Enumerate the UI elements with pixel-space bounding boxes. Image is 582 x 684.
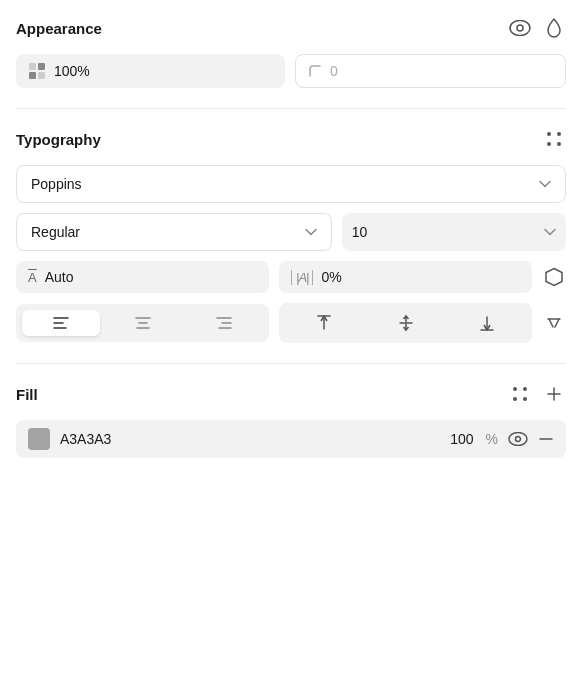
typography-more-icon[interactable]: [542, 311, 566, 335]
fill-header: Fill: [16, 382, 566, 406]
font-size-value: 10: [352, 224, 368, 240]
valign-middle-btn[interactable]: [367, 309, 445, 337]
valign-bottom-btn[interactable]: [448, 309, 526, 337]
opacity-grid-icon: [28, 62, 46, 80]
divider-typography: [16, 363, 566, 364]
svg-point-9: [557, 142, 561, 146]
appearance-row: 100% 0: [16, 54, 566, 88]
divider-appearance: [16, 108, 566, 109]
svg-point-1: [517, 25, 523, 31]
fill-opacity-value: 100: [450, 431, 473, 447]
font-name: Poppins: [31, 176, 82, 192]
svg-rect-5: [38, 72, 45, 79]
fill-opacity-unit: %: [486, 431, 498, 447]
align-right-btn[interactable]: [185, 310, 263, 336]
fill-title: Fill: [16, 386, 38, 403]
svg-point-7: [557, 132, 561, 136]
line-height-field[interactable]: A Auto: [16, 261, 269, 293]
hexagon-icon[interactable]: [542, 265, 566, 289]
style-chevron-icon: [305, 228, 317, 236]
line-height-icon: A: [28, 270, 37, 285]
letter-spacing-value: 0%: [321, 269, 341, 285]
font-size-selector[interactable]: 10: [342, 213, 566, 251]
font-style-name: Regular: [31, 224, 80, 240]
font-style-size-row: Regular 10: [16, 213, 566, 251]
svg-point-36: [509, 433, 527, 446]
svg-point-32: [513, 397, 517, 401]
font-chevron-icon: [539, 180, 551, 188]
drop-icon[interactable]: [542, 16, 566, 40]
svg-point-31: [523, 387, 527, 391]
appearance-title: Appearance: [16, 20, 102, 37]
fill-remove-icon[interactable]: [538, 437, 554, 441]
align-row: [16, 303, 566, 343]
fill-grid-icon[interactable]: [508, 382, 532, 406]
corner-field[interactable]: 0: [295, 54, 566, 88]
spacing-row: A Auto |A| 0%: [16, 261, 566, 293]
fill-color-swatch[interactable]: [28, 428, 50, 450]
svg-point-30: [513, 387, 517, 391]
line-height-value: Auto: [45, 269, 74, 285]
typography-title: Typography: [16, 131, 101, 148]
align-center-btn[interactable]: [104, 310, 182, 336]
valign-top-btn[interactable]: [285, 309, 363, 337]
corner-radius-icon: [308, 64, 322, 78]
font-style-selector[interactable]: Regular: [16, 213, 332, 251]
svg-line-27: [549, 319, 553, 327]
fill-add-icon[interactable]: [542, 382, 566, 406]
letter-spacing-field[interactable]: |A| 0%: [279, 261, 532, 293]
text-align-group: [16, 304, 269, 342]
svg-marker-10: [546, 269, 562, 286]
typography-grid-icon[interactable]: [542, 127, 566, 151]
fill-visibility-icon[interactable]: [508, 432, 528, 446]
svg-point-6: [547, 132, 551, 136]
corner-value: 0: [330, 63, 338, 79]
visibility-icon[interactable]: [508, 16, 532, 40]
svg-rect-3: [38, 63, 45, 70]
svg-line-28: [555, 319, 559, 327]
vertical-align-group: [279, 303, 532, 343]
size-chevron-icon: [544, 228, 556, 236]
svg-point-33: [523, 397, 527, 401]
fill-color-hex: A3A3A3: [60, 431, 440, 447]
opacity-field[interactable]: 100%: [16, 54, 285, 88]
fill-row: A3A3A3 100 %: [16, 420, 566, 458]
opacity-value: 100%: [54, 63, 90, 79]
svg-rect-4: [29, 72, 36, 79]
fill-actions: [508, 432, 554, 446]
svg-point-37: [516, 437, 521, 442]
svg-point-8: [547, 142, 551, 146]
align-left-btn[interactable]: [22, 310, 100, 336]
svg-rect-2: [29, 63, 36, 70]
font-selector[interactable]: Poppins: [16, 165, 566, 203]
letter-spacing-icon: |A|: [291, 270, 313, 285]
svg-point-0: [510, 21, 530, 36]
